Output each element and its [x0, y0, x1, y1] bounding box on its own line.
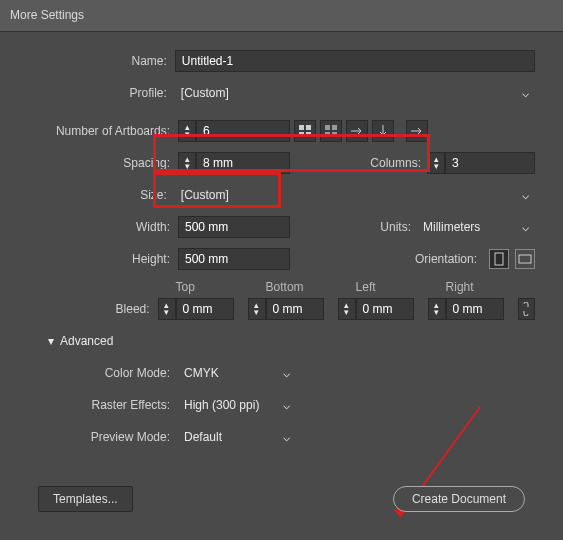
raster-effects-value: High (300 ppi) — [184, 398, 259, 412]
arrange-row-rl-icon[interactable] — [372, 120, 394, 142]
raster-effects-select[interactable]: High (300 ppi) ⌵ — [178, 394, 296, 416]
size-value: [Custom] — [181, 188, 229, 202]
bleed-bottom-stepper[interactable]: ▴▾ — [248, 298, 266, 320]
bleed-left-input[interactable] — [356, 298, 414, 320]
bleed-right-input[interactable] — [446, 298, 504, 320]
svg-rect-9 — [519, 255, 531, 263]
triangle-down-icon: ▾ — [48, 334, 54, 348]
chevron-down-icon: ⌵ — [283, 398, 290, 412]
artboards-label: Number of Artboards: — [28, 124, 178, 138]
bleed-top-label: Top — [158, 280, 234, 294]
artboards-stepper[interactable]: ▴▾ — [178, 120, 196, 142]
window-title: More Settings — [0, 0, 563, 32]
bleed-top-stepper[interactable]: ▴▾ — [158, 298, 176, 320]
preview-mode-select[interactable]: Default ⌵ — [178, 426, 296, 448]
size-label: Size: — [28, 188, 175, 202]
svg-rect-3 — [306, 132, 311, 137]
svg-rect-1 — [306, 125, 311, 130]
height-input[interactable] — [178, 248, 290, 270]
profile-select[interactable]: [Custom] ⌵ — [175, 82, 535, 104]
chevron-down-icon: ⌵ — [283, 430, 290, 444]
landscape-icon[interactable] — [515, 249, 535, 269]
spacing-label: Spacing: — [28, 156, 178, 170]
svg-rect-8 — [495, 253, 503, 265]
advanced-toggle[interactable]: ▾ Advanced — [48, 334, 535, 348]
color-mode-label: Color Mode: — [28, 366, 178, 380]
columns-stepper[interactable]: ▴▾ — [427, 152, 445, 174]
columns-label: Columns: — [370, 156, 427, 170]
arrow-right-icon[interactable] — [406, 120, 428, 142]
svg-rect-4 — [325, 125, 330, 130]
arrange-row-lr-icon[interactable] — [346, 120, 368, 142]
bleed-right-stepper[interactable]: ▴▾ — [428, 298, 446, 320]
profile-value: [Custom] — [181, 86, 229, 100]
raster-effects-label: Raster Effects: — [28, 398, 178, 412]
link-icon[interactable] — [518, 298, 535, 320]
units-label: Units: — [380, 220, 417, 234]
chevron-down-icon: ⌵ — [522, 86, 529, 100]
grid-by-column-icon[interactable] — [320, 120, 342, 142]
svg-rect-7 — [332, 132, 337, 137]
bleed-left-label: Left — [338, 280, 414, 294]
svg-rect-2 — [299, 132, 304, 137]
annotation-arrow — [390, 402, 500, 532]
bleed-bottom-input[interactable] — [266, 298, 324, 320]
bleed-top-input[interactable] — [176, 298, 234, 320]
size-select[interactable]: [Custom] ⌵ — [175, 184, 535, 206]
color-mode-select[interactable]: CMYK ⌵ — [178, 362, 296, 384]
width-input[interactable] — [178, 216, 290, 238]
chevron-down-icon: ⌵ — [522, 220, 529, 234]
chevron-down-icon: ⌵ — [283, 366, 290, 380]
height-label: Height: — [28, 252, 178, 266]
bleed-label: Bleed: — [28, 302, 158, 320]
units-value: Millimeters — [423, 220, 480, 234]
svg-rect-5 — [332, 125, 337, 130]
spacing-stepper[interactable]: ▴▾ — [178, 152, 196, 174]
artboards-input[interactable] — [196, 120, 290, 142]
preview-mode-value: Default — [184, 430, 222, 444]
orientation-label: Orientation: — [415, 252, 483, 266]
grid-by-row-icon[interactable] — [294, 120, 316, 142]
name-label: Name: — [28, 54, 175, 68]
units-select[interactable]: Millimeters ⌵ — [417, 216, 535, 238]
spacing-input[interactable] — [196, 152, 290, 174]
preview-mode-label: Preview Mode: — [28, 430, 178, 444]
name-input[interactable] — [175, 50, 535, 72]
width-label: Width: — [28, 220, 178, 234]
svg-rect-6 — [325, 132, 330, 137]
profile-label: Profile: — [28, 86, 175, 100]
svg-rect-0 — [299, 125, 304, 130]
advanced-label: Advanced — [60, 334, 113, 348]
templates-button[interactable]: Templates... — [38, 486, 133, 512]
bleed-bottom-label: Bottom — [248, 280, 324, 294]
bleed-left-stepper[interactable]: ▴▾ — [338, 298, 356, 320]
create-document-button[interactable]: Create Document — [393, 486, 525, 512]
bleed-right-label: Right — [428, 280, 504, 294]
columns-input[interactable] — [445, 152, 535, 174]
portrait-icon[interactable] — [489, 249, 509, 269]
chevron-down-icon: ⌵ — [522, 188, 529, 202]
color-mode-value: CMYK — [184, 366, 219, 380]
